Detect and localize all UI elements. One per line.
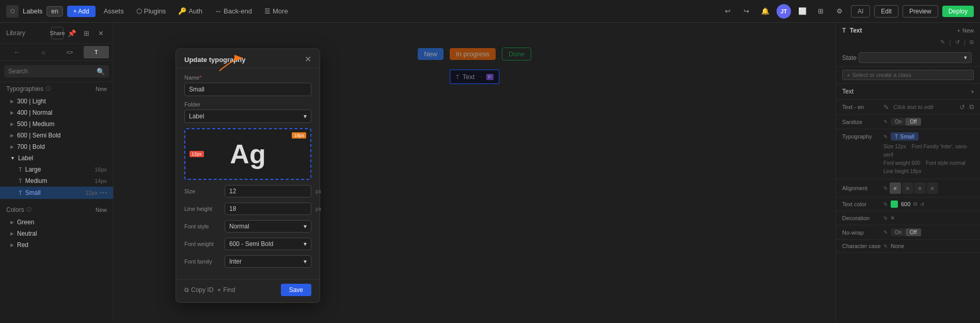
decoration-row: Decoration ✎ ×	[836, 211, 980, 225]
text-en-edit-icon[interactable]: ✎	[883, 103, 889, 111]
assets-tab[interactable]: Assets	[100, 5, 128, 17]
colors-new-button[interactable]: New	[96, 207, 107, 213]
settings-icon[interactable]: ⚙	[832, 4, 847, 19]
sanitize-on[interactable]: On	[891, 118, 906, 126]
screen-icon[interactable]: ⬜	[795, 4, 810, 19]
color-swatch[interactable]	[891, 201, 898, 208]
typography-badge[interactable]: T Small	[891, 132, 919, 141]
app-logo[interactable]: ⬡	[6, 5, 19, 18]
text-en-copy-icon[interactable]: ⧉	[969, 103, 974, 111]
typo-group-label[interactable]: ▼ Label	[0, 152, 113, 164]
typo-group-700[interactable]: ▶ 700 | Bold	[0, 141, 113, 152]
sanitize-reset-icon[interactable]: ✎	[883, 119, 888, 125]
modal-close-button[interactable]: ✕	[305, 55, 311, 64]
text-en-reset-icon[interactable]: ↺	[959, 103, 965, 111]
align-left-button[interactable]: ≡	[890, 182, 901, 194]
edit-button[interactable]: Edit	[874, 5, 898, 18]
typo-item-large[interactable]: T Large 16px	[0, 164, 113, 175]
char-case-label: Character case	[842, 243, 883, 249]
undo-icon[interactable]: ↩	[721, 4, 735, 19]
sidebar-grid-icon[interactable]: ⊞	[80, 27, 92, 39]
no-wrap-toggle[interactable]: On Off	[891, 228, 921, 236]
font-family-select[interactable]: Inter ▾	[225, 255, 311, 268]
reset-icon[interactable]: ↺	[955, 39, 960, 45]
share-button[interactable]: Share	[51, 27, 64, 39]
sidebar-pin-icon[interactable]: 📌	[66, 27, 78, 39]
ai-button[interactable]: AI	[851, 5, 870, 18]
tab-code[interactable]: <>	[57, 46, 83, 58]
modal-header: Update typography ✕	[176, 49, 320, 68]
color-copy-icon[interactable]: ⧉	[913, 201, 917, 207]
color-group-neutral[interactable]: ▶ Neutral	[0, 228, 113, 239]
decoration-edit-icon[interactable]: ✎	[883, 216, 888, 221]
typo-item-medium[interactable]: T Medium 14px	[0, 175, 113, 187]
size-input[interactable]	[225, 185, 311, 197]
plus-class-icon: +	[847, 72, 850, 78]
colors-label: Colors ⓘ	[6, 206, 31, 213]
color-edit-icon[interactable]: ✎	[883, 202, 888, 207]
tab-home[interactable]: ⌂	[30, 46, 56, 58]
avatar[interactable]: JT	[777, 4, 791, 19]
typo-group-500[interactable]: ▶ 500 | Medium	[0, 118, 113, 130]
state-dropdown[interactable]: ▾	[859, 52, 972, 63]
add-button[interactable]: + Add	[67, 6, 96, 17]
copy-icon-rp[interactable]: ⧉	[970, 39, 974, 45]
color-group-red[interactable]: ▶ Red	[0, 239, 113, 251]
typo-group-400[interactable]: ▶ 400 | Normal	[0, 107, 113, 118]
text-color-row: Text color ✎ 600 ⧉ ↺	[836, 197, 980, 211]
font-family-chevron-icon: ▾	[304, 258, 307, 265]
text-en-value[interactable]: Click text to edit	[893, 104, 955, 110]
state-label: State	[842, 54, 857, 61]
rp-text-icon: T	[842, 27, 846, 34]
find-button[interactable]: ⌖ Find	[217, 286, 235, 294]
no-wrap-off[interactable]: Off	[906, 228, 921, 236]
tab-active[interactable]: T	[84, 46, 109, 58]
search-input[interactable]	[4, 65, 109, 78]
copy-id-button[interactable]: ⧉ Copy ID	[184, 286, 213, 294]
typo-item-small[interactable]: T Small 12px ⋯	[0, 187, 113, 199]
plugins-tab[interactable]: ⬡ Plugins	[132, 5, 170, 17]
folder-select[interactable]: Label ▾	[184, 110, 311, 123]
typography-edit-icon[interactable]: ✎	[883, 134, 888, 140]
text-section-expand[interactable]: Text ▾	[836, 84, 980, 100]
name-input[interactable]	[184, 83, 311, 96]
redo-icon[interactable]: ↪	[739, 4, 754, 19]
edit-icon[interactable]: ✎	[940, 39, 945, 45]
deploy-button[interactable]: Deploy	[942, 6, 974, 17]
font-style-label: Font style	[184, 223, 220, 229]
alignment-edit-icon[interactable]: ✎	[883, 186, 888, 191]
arrow-svg	[214, 53, 245, 73]
typo-item-more-button[interactable]: ⋯	[100, 189, 107, 197]
sidebar-close-icon[interactable]: ✕	[94, 27, 107, 39]
backend-tab[interactable]: ↔ Back-end	[211, 5, 256, 17]
no-wrap-edit-icon[interactable]: ✎	[883, 229, 888, 235]
no-wrap-on[interactable]: On	[891, 228, 906, 236]
color-reset-icon[interactable]: ↺	[920, 202, 924, 207]
char-case-edit-icon[interactable]: ✎	[883, 243, 888, 249]
font-family-label: Font family	[184, 258, 220, 265]
size-info: Size 12px	[883, 144, 908, 149]
preview-button[interactable]: Preview	[903, 5, 938, 18]
decoration-value[interactable]: ×	[891, 214, 894, 222]
align-justify-button[interactable]: ≡	[927, 182, 938, 194]
align-right-button[interactable]: ≡	[914, 182, 926, 194]
tab-back[interactable]: ←	[4, 46, 29, 58]
typographies-new-button[interactable]: New	[96, 86, 107, 92]
auth-tab[interactable]: 🔑 Auth	[174, 5, 207, 17]
typo-group-300[interactable]: ▶ 300 | Light	[0, 96, 113, 107]
save-button[interactable]: Save	[281, 284, 311, 296]
typo-group-600[interactable]: ▶ 600 | Semi Bold	[0, 130, 113, 141]
color-group-green[interactable]: ▶ Green	[0, 217, 113, 228]
rp-new-button[interactable]: + New	[957, 27, 974, 34]
sanitize-off[interactable]: Off	[906, 118, 921, 126]
line-height-input[interactable]	[225, 203, 311, 215]
language-selector[interactable]: en	[46, 6, 62, 17]
sanitize-toggle[interactable]: On Off	[891, 118, 921, 126]
font-weight-select[interactable]: 600 - Semi Bold ▾	[225, 238, 311, 250]
notifications-icon[interactable]: 🔔	[758, 4, 772, 19]
grid-icon[interactable]: ⊞	[814, 4, 828, 19]
more-tab[interactable]: ☰ More	[260, 5, 292, 17]
font-style-select[interactable]: Normal ▾	[225, 220, 311, 233]
align-center-button[interactable]: ≡	[902, 182, 913, 194]
class-button[interactable]: + Select or create a class	[842, 70, 974, 80]
